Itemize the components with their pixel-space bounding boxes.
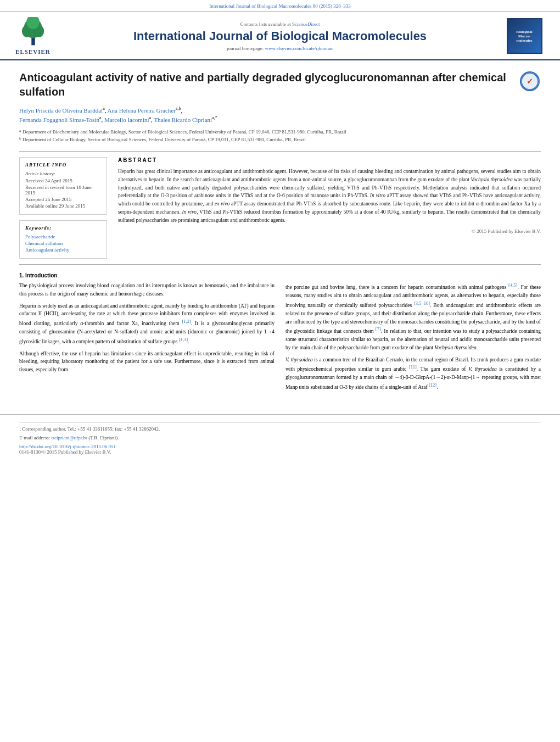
- received-revised-date: Received in revised form 10 June 2015: [25, 185, 101, 196]
- corresponding-note: ⁏ Corresponding author. Tel.: +55 41 336…: [19, 426, 541, 433]
- section-divider-1: [19, 151, 541, 152]
- available-date: Available online 29 June 2015: [25, 203, 101, 209]
- header-center: Contents lists available at ScienceDirec…: [60, 21, 500, 51]
- intro-para-2: Heparin is widely used as an anticoagula…: [19, 302, 275, 346]
- right-para-1: the porcine gut and bovine lung, there i…: [285, 282, 541, 352]
- author-iacomini: Marcello Iacomini: [104, 116, 149, 123]
- intro-heading: 1. Introduction: [19, 272, 541, 278]
- keyword-1: Polysaccharide: [25, 234, 101, 239]
- email-link[interactable]: trcipriani@ufpr.br: [51, 435, 87, 440]
- journal-homepage: journal homepage: www.elsevier.com/locat…: [60, 46, 500, 51]
- journal-citation: International Journal of Biological Macr…: [209, 3, 351, 9]
- page-container: International Journal of Biological Macr…: [0, 0, 560, 742]
- page-footer: ⁏ Corresponding author. Tel.: +55 41 336…: [0, 414, 560, 460]
- author-simas-tosin: Fernanda Fogagnoli Simas-Tosin: [19, 116, 99, 123]
- biom-logo: Biological Macro- molecules: [505, 18, 544, 54]
- elsevier-label: ELSEVIER: [15, 48, 51, 55]
- header-section: ELSEVIER Contents lists available at Sci…: [0, 12, 560, 60]
- elsevier-tree-svg: [18, 17, 48, 47]
- abstract-text: Heparin has great clinical importance as…: [118, 168, 541, 224]
- contents-available: Contents lists available at ScienceDirec…: [60, 21, 500, 27]
- author-cipriani: Thales Ricardo Cipriani: [154, 116, 212, 123]
- keywords-box: Keywords: Polysaccharide Chemical sulfat…: [19, 220, 107, 259]
- author-barddal: Helyn Priscila de Oliveira Barddal: [19, 107, 103, 114]
- abstract-section: ABSTRACT Heparin has great clinical impo…: [118, 157, 541, 234]
- affiliation-b: ᵇ Department of Cellular Biology, Sector…: [19, 136, 541, 144]
- crossmark-badge: ✓: [519, 70, 541, 92]
- right-para-2: V. thyrsoidea is a common tree of the Br…: [285, 356, 541, 392]
- accepted-date: Accepted 26 June 2015: [25, 197, 101, 202]
- article-info-abstract-layout: ARTICLE INFO Article history: Received 2…: [19, 157, 541, 259]
- article-info-box: ARTICLE INFO Article history: Received 2…: [19, 157, 107, 215]
- authors-section: Helyn Priscila de Oliveira Barddala, Ana…: [19, 105, 541, 124]
- keywords-title: Keywords:: [25, 225, 101, 231]
- sciencedirect-link[interactable]: ScienceDirect: [292, 21, 320, 27]
- article-info-title: ARTICLE INFO: [25, 162, 101, 168]
- copyright-text: © 2015 Published by Elsevier B.V.: [118, 228, 541, 234]
- intro-para-3: Although effective, the use of heparin h…: [19, 350, 275, 374]
- affiliation-a: ᵃ Department of Biochemistry and Molecul…: [19, 129, 541, 136]
- section-divider-2: [19, 264, 541, 265]
- journal-top-bar: International Journal of Biological Macr…: [0, 0, 560, 12]
- elsevier-logo: ELSEVIER: [11, 17, 55, 55]
- svg-text:✓: ✓: [527, 77, 533, 86]
- abstract-title: ABSTRACT: [118, 157, 541, 163]
- body-two-col: The physiological process involving bloo…: [19, 282, 541, 395]
- keyword-3: Anticoagulant activity: [25, 247, 101, 253]
- article-history-subtitle: Article history:: [25, 171, 101, 176]
- main-content: Anticoagulant activity of native and par…: [0, 60, 560, 406]
- right-column-abstract: ABSTRACT Heparin has great clinical impo…: [118, 157, 541, 259]
- biom-logo-box: Biological Macro- molecules: [507, 18, 542, 54]
- body-col-left: The physiological process involving bloo…: [19, 282, 275, 395]
- received-date: Received 24 April 2015: [25, 178, 101, 183]
- footer-issn: 0141-8130/© 2015 Published by Elsevier B…: [19, 449, 541, 455]
- intro-para-1: The physiological process involving bloo…: [19, 282, 275, 298]
- affiliations-section: ᵃ Department of Biochemistry and Molecul…: [19, 129, 541, 143]
- footnotes-area: ⁏ Corresponding author. Tel.: +55 41 336…: [19, 422, 541, 442]
- author-gracher: Ana Helena Pereira Gracher: [108, 107, 176, 114]
- article-title: Anticoagulant activity of native and par…: [19, 70, 511, 99]
- left-column: ARTICLE INFO Article history: Received 2…: [19, 157, 107, 259]
- keyword-2: Chemical sulfation: [25, 241, 101, 246]
- from-word: from: [58, 367, 68, 372]
- body-col-right: the porcine gut and bovine lung, there i…: [285, 282, 541, 395]
- footer-doi: http://dx.doi.org/10.1016/j.ijbiomac.201…: [19, 444, 541, 449]
- email-note: E-mail address: trcipriani@ufpr.br (T.R.…: [19, 434, 541, 442]
- crossmark-icon: ✓: [520, 71, 540, 91]
- homepage-link[interactable]: www.elsevier.com/locate/ijbiomac: [265, 46, 333, 51]
- doi-link[interactable]: http://dx.doi.org/10.1016/j.ijbiomac.201…: [19, 444, 116, 449]
- body-section: 1. Introduction The physiological proces…: [19, 272, 541, 395]
- journal-title-main: International Journal of Biological Macr…: [60, 29, 500, 43]
- svg-rect-0: [31, 37, 35, 46]
- article-title-section: Anticoagulant activity of native and par…: [19, 70, 541, 99]
